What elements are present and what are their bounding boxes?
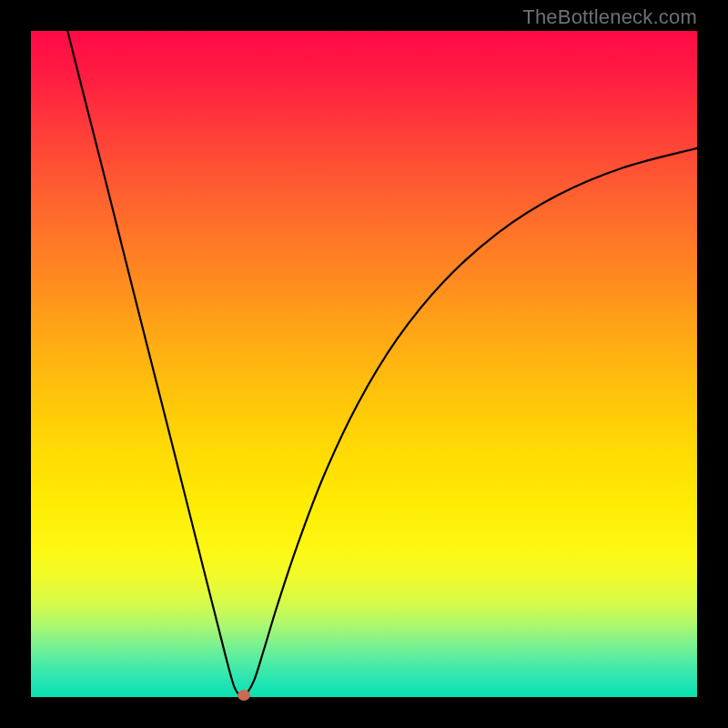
watermark-text: TheBottleneck.com [522,5,697,29]
plot-area [31,31,697,697]
optimal-point-marker [238,690,250,701]
